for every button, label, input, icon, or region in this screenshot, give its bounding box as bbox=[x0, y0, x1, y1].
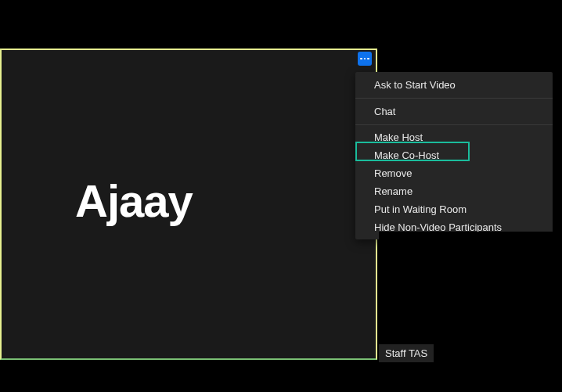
horizontal-dots-icon bbox=[360, 58, 369, 60]
menu-item-chat[interactable]: Chat bbox=[355, 99, 553, 124]
menu-item-remove[interactable]: Remove bbox=[355, 164, 553, 182]
participant-name-label: Ajaay bbox=[75, 174, 193, 227]
more-options-button[interactable] bbox=[358, 52, 372, 66]
menu-item-rename[interactable]: Rename bbox=[355, 182, 553, 200]
menu-item-make-host[interactable]: Make Host bbox=[355, 128, 553, 146]
secondary-tile-name-label: Staff TAS bbox=[379, 344, 434, 362]
menu-item-put-waiting-room[interactable]: Put in Waiting Room bbox=[355, 200, 553, 218]
participant-context-menu: Ask to Start Video Chat Make Host Make C… bbox=[355, 72, 553, 239]
secondary-video-tile[interactable] bbox=[379, 232, 562, 360]
menu-item-make-cohost[interactable]: Make Co-Host bbox=[355, 146, 553, 164]
menu-item-ask-start-video[interactable]: Ask to Start Video bbox=[355, 72, 553, 98]
participant-video-tile[interactable]: Ajaay bbox=[0, 49, 377, 360]
